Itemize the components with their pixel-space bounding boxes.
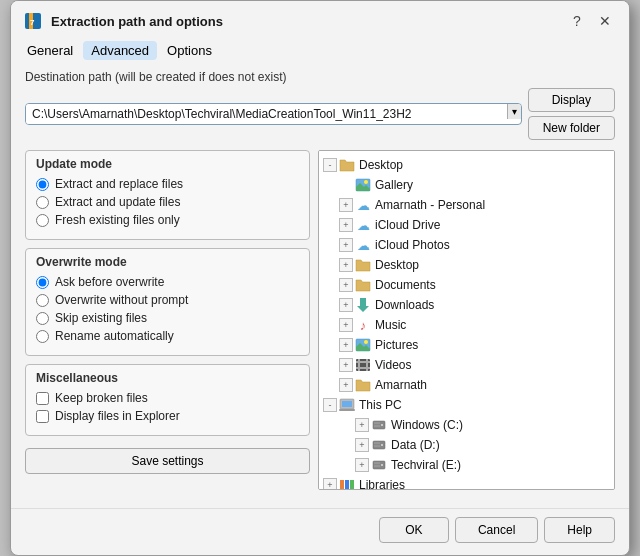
destination-input[interactable] (26, 104, 507, 124)
tree-expander[interactable]: + (339, 238, 353, 252)
svg-rect-26 (381, 464, 383, 466)
left-panel: Update mode Extract and replace files Ex… (25, 150, 310, 490)
update-mode-radio-1[interactable] (36, 178, 49, 191)
tree-label: Techviral (E:) (391, 458, 461, 472)
svg-rect-16 (339, 409, 355, 411)
svg-rect-31 (350, 480, 354, 490)
svg-point-8 (364, 340, 368, 344)
tree-panel[interactable]: -Desktop Gallery+☁Amarnath - Personal+☁i… (318, 150, 615, 490)
tree-label: Music (375, 318, 406, 332)
misc-checkbox-1[interactable] (36, 392, 49, 405)
menu-general[interactable]: General (19, 41, 81, 60)
overwrite-mode-option-4[interactable]: Rename automatically (36, 329, 299, 343)
ok-button[interactable]: OK (379, 517, 449, 543)
tree-expander[interactable]: + (339, 318, 353, 332)
tree-icon (371, 417, 387, 433)
miscellaneous-title: Miscellaneous (36, 371, 299, 385)
save-settings-button[interactable]: Save settings (25, 448, 310, 474)
new-folder-button[interactable]: New folder (528, 116, 615, 140)
tree-expander[interactable]: - (323, 398, 337, 412)
overwrite-mode-radio-2[interactable] (36, 294, 49, 307)
misc-option-2[interactable]: Display files in Explorer (36, 409, 299, 423)
svg-point-5 (364, 180, 368, 184)
update-mode-option-2[interactable]: Extract and update files (36, 195, 299, 209)
overwrite-mode-radio-1[interactable] (36, 276, 49, 289)
tree-item[interactable]: +Desktop (319, 255, 614, 275)
tree-item[interactable]: +Techviral (E:) (319, 455, 614, 475)
tree-expander[interactable]: + (339, 198, 353, 212)
svg-rect-22 (381, 444, 383, 446)
misc-option-1[interactable]: Keep broken files (36, 391, 299, 405)
svg-rect-30 (345, 480, 349, 490)
tree-expander[interactable]: + (355, 418, 369, 432)
overwrite-mode-option-2[interactable]: Overwrite without prompt (36, 293, 299, 307)
tree-item[interactable]: +☁iCloud Photos (319, 235, 614, 255)
destination-dropdown-button[interactable]: ▾ (507, 104, 521, 119)
tree-item[interactable]: +Videos (319, 355, 614, 375)
tree-label: Amarnath - Personal (375, 198, 485, 212)
dialog-title: Extraction path and options (51, 14, 565, 29)
svg-rect-29 (340, 480, 344, 490)
update-mode-radio-2[interactable] (36, 196, 49, 209)
tree-item[interactable]: +Data (D:) (319, 435, 614, 455)
menu-options[interactable]: Options (159, 41, 220, 60)
destination-label: Destination path (will be created if doe… (25, 70, 615, 84)
tree-item[interactable]: +Pictures (319, 335, 614, 355)
tree-label: Downloads (375, 298, 434, 312)
tree-item[interactable]: +Libraries (319, 475, 614, 490)
tree-item[interactable]: Gallery (319, 175, 614, 195)
cancel-button[interactable]: Cancel (455, 517, 538, 543)
tree-icon (371, 457, 387, 473)
save-settings-wrap: Save settings (25, 448, 310, 474)
update-mode-title: Update mode (36, 157, 299, 171)
tree-expander[interactable]: - (323, 158, 337, 172)
title-bar-controls: ? ✕ (565, 9, 617, 33)
tree-label: Libraries (359, 478, 405, 490)
tree-expander[interactable]: + (323, 478, 337, 490)
app-icon: 7 (23, 11, 43, 31)
display-button[interactable]: Display (528, 88, 615, 112)
tree-item[interactable]: +☁Amarnath - Personal (319, 195, 614, 215)
tree-item[interactable]: +Windows (C:) (319, 415, 614, 435)
svg-rect-21 (373, 441, 385, 449)
update-mode-radio-3[interactable] (36, 214, 49, 227)
tree-expander[interactable]: + (339, 298, 353, 312)
help-bottom-button[interactable]: Help (544, 517, 615, 543)
tree-icon (339, 477, 355, 490)
tree-icon: ☁ (355, 197, 371, 213)
overwrite-mode-radio-4[interactable] (36, 330, 49, 343)
overwrite-mode-option-3[interactable]: Skip existing files (36, 311, 299, 325)
bottom-bar: OK Cancel Help (11, 508, 629, 555)
help-button[interactable]: ? (565, 9, 589, 33)
misc-checkbox-2[interactable] (36, 410, 49, 423)
overwrite-mode-radio-3[interactable] (36, 312, 49, 325)
tree-item[interactable]: +♪Music (319, 315, 614, 335)
tree-item[interactable]: -This PC (319, 395, 614, 415)
tree-item[interactable]: +Documents (319, 275, 614, 295)
close-button[interactable]: ✕ (593, 9, 617, 33)
tree-item[interactable]: +☁iCloud Drive (319, 215, 614, 235)
tree-label: Desktop (375, 258, 419, 272)
tree-expander[interactable]: + (339, 278, 353, 292)
tree-expander[interactable]: + (339, 378, 353, 392)
svg-rect-15 (342, 401, 352, 407)
update-mode-option-3[interactable]: Fresh existing files only (36, 213, 299, 227)
update-mode-option-1[interactable]: Extract and replace files (36, 177, 299, 191)
tree-item[interactable]: +Amarnath (319, 375, 614, 395)
tree-expander[interactable]: + (339, 258, 353, 272)
tree-expander[interactable]: + (339, 218, 353, 232)
tree-item[interactable]: +Downloads (319, 295, 614, 315)
tree-expander[interactable]: + (355, 458, 369, 472)
tree-item[interactable]: -Desktop (319, 155, 614, 175)
title-bar: 7 Extraction path and options ? ✕ (11, 1, 629, 37)
tree-icon (339, 157, 355, 173)
menu-advanced[interactable]: Advanced (83, 41, 157, 60)
tree-icon (355, 177, 371, 193)
tree-icon (355, 257, 371, 273)
update-mode-group: Update mode Extract and replace files Ex… (25, 150, 310, 240)
destination-input-wrap: ▾ (25, 103, 522, 125)
tree-expander[interactable]: + (355, 438, 369, 452)
tree-expander[interactable]: + (339, 338, 353, 352)
tree-expander[interactable]: + (339, 358, 353, 372)
overwrite-mode-option-1[interactable]: Ask before overwrite (36, 275, 299, 289)
